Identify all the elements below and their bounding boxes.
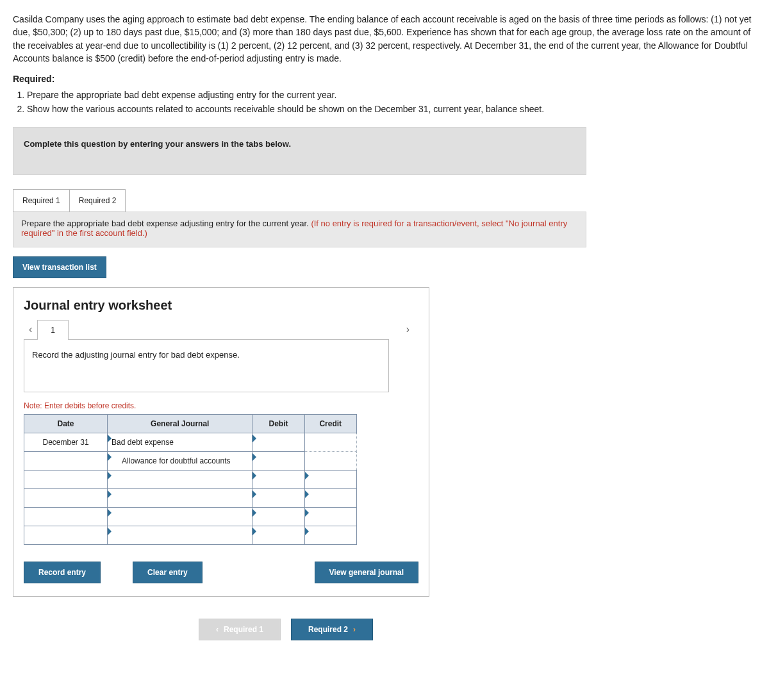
cell-debit[interactable]	[252, 452, 304, 471]
cell-debit[interactable]	[252, 489, 304, 508]
cell-account[interactable]	[108, 489, 252, 508]
cell-credit[interactable]	[304, 508, 356, 526]
clear-entry-button[interactable]: Clear entry	[133, 562, 203, 583]
cell-debit[interactable]	[252, 471, 304, 489]
chevron-left-icon[interactable]: ‹	[24, 324, 37, 335]
required-item-2: Show how the various accounts related to…	[27, 103, 756, 116]
cell-debit[interactable]	[252, 526, 304, 545]
worksheet-buttons: Record entry Clear entry View general jo…	[24, 562, 418, 583]
col-header-date: Date	[24, 415, 108, 433]
worksheet-title: Journal entry worksheet	[24, 298, 418, 313]
cell-credit[interactable]	[304, 489, 356, 508]
tab-required-2[interactable]: Required 2	[69, 189, 126, 212]
table-row: Allowance for doubtful accounts	[24, 452, 357, 471]
entry-instruction: Record the adjusting journal entry for b…	[24, 339, 389, 392]
table-row: December 31 Bad debt expense	[24, 433, 357, 452]
table-row	[24, 526, 357, 545]
table-row	[24, 508, 357, 526]
cell-date[interactable]	[24, 489, 108, 508]
chevron-right-icon: ›	[353, 625, 356, 634]
cell-account[interactable]: Bad debt expense	[108, 433, 252, 452]
tab-panel-instruction: Prepare the appropriate bad debt expense…	[13, 212, 586, 247]
worksheet-nav: ‹ 1 ›	[24, 319, 418, 339]
cell-credit[interactable]	[304, 433, 356, 452]
entry-tab-1[interactable]: 1	[37, 320, 69, 340]
col-header-debit: Debit	[252, 415, 304, 433]
view-transaction-list-button[interactable]: View transaction list	[13, 256, 106, 278]
note-text: Note: Enter debits before credits.	[24, 401, 418, 410]
view-general-journal-button[interactable]: View general journal	[315, 562, 418, 583]
tabs-row: Required 1 Required 2	[13, 189, 756, 212]
cell-date[interactable]	[24, 508, 108, 526]
cell-account[interactable]	[108, 526, 252, 545]
instruction-box: Complete this question by entering your …	[13, 127, 586, 175]
cell-account[interactable]	[108, 508, 252, 526]
prev-required-button[interactable]: ‹ Required 1	[199, 619, 281, 640]
chevron-left-icon: ‹	[216, 625, 219, 634]
prev-label: Required 1	[224, 625, 263, 634]
record-entry-button[interactable]: Record entry	[24, 562, 101, 583]
problem-statement: Casilda Company uses the aging approach …	[13, 13, 756, 65]
col-header-credit: Credit	[304, 415, 356, 433]
table-row	[24, 489, 357, 508]
next-required-button[interactable]: Required 2 ›	[291, 619, 373, 640]
cell-date[interactable]	[24, 452, 108, 471]
tab-required-1[interactable]: Required 1	[13, 189, 70, 212]
required-label: Required:	[13, 74, 756, 84]
bottom-nav: ‹ Required 1 Required 2 ›	[199, 619, 756, 640]
next-label: Required 2	[308, 625, 348, 634]
cell-credit[interactable]	[304, 471, 356, 489]
panel-text: Prepare the appropriate bad debt expense…	[21, 219, 311, 228]
cell-credit[interactable]	[304, 526, 356, 545]
cell-account[interactable]: Allowance for doubtful accounts	[108, 452, 252, 471]
required-item-1: Prepare the appropriate bad debt expense…	[27, 89, 756, 102]
table-row	[24, 471, 357, 489]
journal-worksheet: Journal entry worksheet ‹ 1 › Record the…	[13, 287, 429, 597]
cell-date[interactable]	[24, 526, 108, 545]
cell-date[interactable]	[24, 471, 108, 489]
cell-account[interactable]	[108, 471, 252, 489]
cell-credit[interactable]	[304, 452, 356, 471]
journal-table: Date General Journal Debit Credit Decemb…	[24, 414, 357, 545]
required-list: Prepare the appropriate bad debt expense…	[27, 89, 756, 115]
cell-debit[interactable]	[252, 433, 304, 452]
col-header-general-journal: General Journal	[108, 415, 252, 433]
cell-date[interactable]: December 31	[24, 433, 108, 452]
cell-debit[interactable]	[252, 508, 304, 526]
chevron-right-icon[interactable]: ›	[401, 324, 415, 335]
